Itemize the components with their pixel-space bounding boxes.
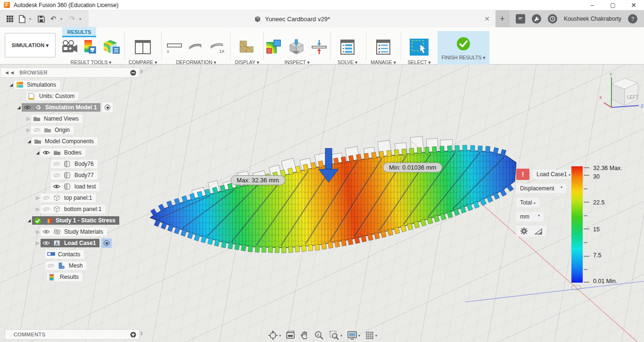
- collapse-panel-icon[interactable]: ◄◄: [4, 70, 15, 75]
- load-case-dropdown[interactable]: Load Case1 ▾: [533, 170, 574, 179]
- visibility-off-icon[interactable]: [42, 195, 50, 201]
- zoom-window-tool[interactable]: ▾: [329, 330, 342, 341]
- visibility-on-icon[interactable]: [24, 105, 31, 110]
- visibility-on-icon[interactable]: [42, 240, 50, 246]
- visibility-off-icon[interactable]: [42, 206, 50, 212]
- document-tab[interactable]: Yuneec Cardboard v29* ✕: [89, 10, 496, 27]
- tree-row-mesh[interactable]: Mesh: [0, 260, 144, 271]
- expander-icon[interactable]: ▷: [35, 229, 41, 234]
- tree-row-named-views[interactable]: ▷ Named Views: [0, 113, 144, 124]
- new-tab-button[interactable]: +: [496, 10, 509, 27]
- history-icon[interactable]: [548, 14, 557, 24]
- expander-icon[interactable]: ◢: [26, 139, 32, 144]
- expander-icon[interactable]: ▷: [25, 116, 31, 121]
- close-button[interactable]: ✕: [623, 0, 644, 10]
- legend-scale-icon[interactable]: [535, 228, 543, 235]
- mesh-display-icon[interactable]: [238, 39, 256, 55]
- undo-button[interactable]: ↶: [48, 13, 58, 24]
- expander-icon[interactable]: ◢: [8, 82, 14, 87]
- visibility-on-icon[interactable]: [53, 184, 60, 189]
- undo-caret[interactable]: ▾: [60, 17, 65, 21]
- zoom-tool[interactable]: ±: [314, 330, 324, 341]
- tree-row-bottom-panel[interactable]: ▷ bottom panel:1: [0, 204, 144, 215]
- tree-row-load-test[interactable]: load test: [0, 181, 144, 192]
- simulation-model[interactable]: [146, 137, 523, 253]
- tree-row-body76[interactable]: Body76: [0, 158, 144, 170]
- comments-grip[interactable]: ‖: [140, 331, 143, 336]
- visibility-on-icon[interactable]: [42, 150, 50, 155]
- visibility-off-icon[interactable]: [47, 263, 55, 269]
- legend-options-icon[interactable]: [83, 39, 99, 55]
- tab-close-icon[interactable]: ✕: [484, 15, 490, 23]
- job-status-icon[interactable]: [532, 14, 541, 24]
- browser-header[interactable]: ◄◄ BROWSER: [0, 67, 140, 78]
- tree-row-model-components[interactable]: ◢ Model Components: [0, 136, 144, 147]
- add-comment-icon[interactable]: [130, 332, 136, 338]
- file-menu-button[interactable]: [17, 13, 27, 24]
- tree-row-study1[interactable]: ◢ Study 1 - Static Stress: [0, 215, 144, 226]
- view-cube[interactable]: LEFT Y X Z: [599, 72, 644, 108]
- compare-icon[interactable]: [134, 40, 151, 55]
- deformation-adjusted-icon[interactable]: I: [187, 40, 205, 54]
- legend-settings-gear-icon[interactable]: [520, 227, 528, 235]
- browser-grip[interactable]: ‖: [140, 69, 143, 74]
- animate-icon[interactable]: [61, 40, 79, 55]
- select-icon[interactable]: [410, 39, 429, 56]
- comments-header[interactable]: COMMENTS: [5, 329, 140, 340]
- save-button[interactable]: [36, 13, 46, 24]
- deformation-zero-icon[interactable]: 0: [165, 40, 183, 54]
- tree-row-bodies[interactable]: ◢ Bodies: [0, 147, 144, 158]
- tree-row-contacts[interactable]: Contacts: [0, 249, 144, 260]
- component-dropdown[interactable]: Total ▾: [516, 198, 539, 207]
- pan-tool[interactable]: [300, 331, 309, 340]
- minimize-button[interactable]: –: [582, 0, 603, 10]
- contour-display-icon[interactable]: [102, 39, 121, 55]
- tree-row-results[interactable]: Results: [0, 271, 144, 283]
- tab-results[interactable]: RESULTS: [62, 27, 96, 37]
- probe-icon[interactable]: xyz: [287, 39, 306, 55]
- user-name[interactable]: Kousheek Chakraborty: [564, 16, 621, 22]
- visibility-off-icon[interactable]: [53, 161, 60, 167]
- expander-icon[interactable]: ◢: [35, 150, 41, 155]
- expander-icon[interactable]: ▷: [35, 207, 41, 212]
- orbit-tool[interactable]: ▾: [268, 330, 281, 341]
- deformation-actual-icon[interactable]: 1X: [209, 40, 227, 54]
- grid-settings-tool[interactable]: ▾: [365, 331, 377, 340]
- activate-radio[interactable]: [102, 103, 113, 112]
- visibility-on-icon[interactable]: [42, 229, 50, 235]
- expander-icon[interactable]: ◢: [26, 218, 32, 223]
- result-inspect-icon[interactable]: [265, 39, 283, 55]
- warning-button[interactable]: !: [516, 169, 529, 180]
- tree-row-simulation-model[interactable]: ◢ Simulation Model 1: [0, 102, 144, 113]
- redo-caret[interactable]: ▾: [79, 17, 84, 21]
- tree-row-units[interactable]: Units: Custom: [0, 90, 144, 102]
- remove-panel-icon[interactable]: [130, 70, 136, 76]
- app-grid-icon[interactable]: [5, 13, 15, 24]
- tree-row-load-case1[interactable]: ▷ Load Case1: [0, 237, 144, 249]
- feedback-icon[interactable]: [516, 14, 525, 24]
- expander-icon[interactable]: ▷: [25, 128, 31, 132]
- help-icon[interactable]: ?: [628, 14, 637, 24]
- reaction-force-icon[interactable]: [310, 39, 329, 55]
- manage-icon[interactable]: [375, 39, 392, 55]
- unit-dropdown[interactable]: mm▾: [516, 212, 544, 221]
- solve-icon[interactable]: [339, 39, 356, 55]
- tree-row-origin[interactable]: ▷ Origin: [0, 124, 144, 136]
- visibility-off-icon[interactable]: [33, 127, 41, 133]
- tree-row-simulations[interactable]: ◢ Simulations: [0, 79, 144, 90]
- visibility-off-icon[interactable]: [53, 172, 60, 178]
- workspace-selector[interactable]: SIMULATION ▾: [5, 33, 56, 57]
- redo-button[interactable]: ↷: [67, 13, 77, 24]
- look-at-tool[interactable]: [286, 331, 295, 340]
- maximize-button[interactable]: ▢: [603, 0, 623, 10]
- expander-icon[interactable]: ▷: [35, 241, 41, 245]
- expander-icon[interactable]: ▷: [35, 195, 41, 200]
- tree-row-study-materials[interactable]: ▷ Study Materials: [0, 226, 144, 237]
- tree-row-body77[interactable]: Body77: [0, 170, 144, 181]
- result-type-dropdown[interactable]: Displacement▾: [516, 184, 566, 193]
- group-finish-results[interactable]: FINISH RESULTS ▾: [438, 31, 489, 65]
- activate-radio[interactable]: [101, 238, 112, 248]
- tree-row-top-panel[interactable]: ▷ top panel:1: [0, 192, 144, 204]
- file-menu-caret[interactable]: ▾: [29, 17, 34, 21]
- display-settings-tool[interactable]: ▾: [347, 331, 360, 340]
